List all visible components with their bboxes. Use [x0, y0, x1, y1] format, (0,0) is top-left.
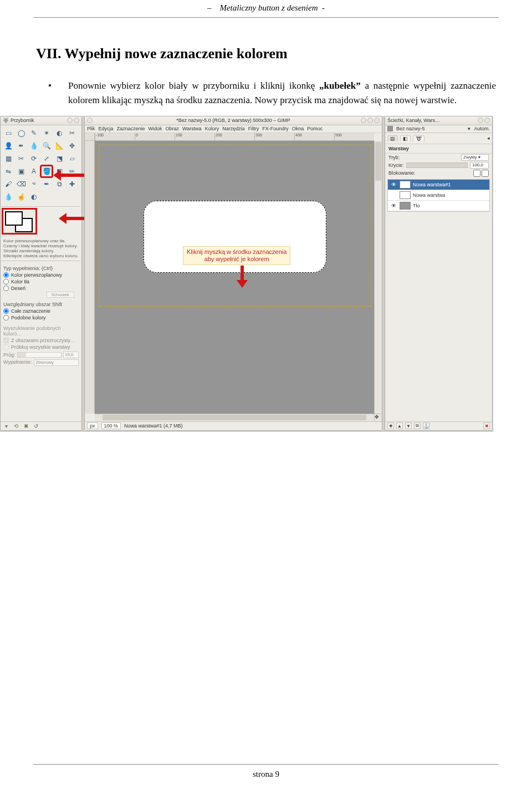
menu-item[interactable]: Narzędzia	[222, 126, 245, 131]
opacity-value[interactable]: 100,0	[470, 162, 489, 169]
tool-heal-icon[interactable]: ✚	[66, 179, 78, 190]
tab-menu-icon[interactable]: ◂	[487, 135, 490, 141]
status-unit[interactable]: px	[87, 423, 98, 429]
tool-foreground-icon[interactable]: 👤	[3, 140, 14, 151]
menu-item[interactable]: Widok	[149, 126, 162, 131]
menu-item[interactable]: Obraz	[166, 126, 180, 131]
radio-fill-pattern[interactable]: Deseń	[3, 285, 79, 292]
restore-options-icon[interactable]: ⟲	[13, 423, 19, 429]
image-titlebar: *Bez nazwy-5.0 (RGB, 2 warstwy) 500x300 …	[85, 116, 382, 125]
tool-fuzzy-select-icon[interactable]: ✶	[41, 128, 52, 139]
scrollbar-horizontal[interactable]	[95, 414, 374, 421]
window-menu-icon[interactable]	[87, 118, 93, 123]
layer-row[interactable]: Nowa warstwa	[388, 190, 489, 201]
fill-type-label: Typ wypełnienia: (Ctrl)	[3, 266, 79, 271]
lower-layer-icon[interactable]: ▼	[405, 423, 412, 429]
threshold-slider: Próg: 15,0	[3, 352, 79, 358]
tool-paths-icon[interactable]: ✒	[16, 140, 27, 151]
tool-blur-icon[interactable]: 💧	[3, 191, 14, 202]
tool-eraser-icon[interactable]: ⌫	[16, 179, 27, 190]
menu-item[interactable]: Edycja	[99, 126, 114, 131]
reset-options-icon[interactable]: ↺	[33, 423, 39, 429]
tab-paths-icon[interactable]: ➰	[413, 135, 424, 141]
layer-row[interactable]: 👁 Tło	[388, 201, 489, 211]
tool-rotate-icon[interactable]: ⟳	[28, 153, 39, 164]
tool-text-icon[interactable]: A	[28, 166, 39, 177]
tool-perspective-icon[interactable]: ▱	[66, 153, 78, 164]
tool-measure-icon[interactable]: 📐	[54, 140, 65, 151]
window-maximize-icon[interactable]	[367, 118, 373, 123]
menu-item[interactable]: FX-Foundry	[262, 126, 289, 131]
canvas[interactable]	[99, 145, 371, 306]
lock-alpha-checkbox[interactable]	[482, 170, 489, 177]
status-zoom[interactable]: 100 %	[101, 423, 121, 429]
window-close-icon[interactable]	[74, 118, 79, 123]
window-close-icon[interactable]	[374, 118, 380, 123]
tool-shear-icon[interactable]: ⬔	[54, 153, 65, 164]
fg-color-swatch[interactable]	[5, 211, 23, 226]
window-close-icon[interactable]	[484, 118, 490, 123]
radio-fill-bg[interactable]: Kolor tła	[3, 278, 79, 285]
menu-item[interactable]: Pomoc	[307, 126, 323, 131]
menu-item[interactable]: Warstwa	[182, 126, 202, 131]
tab-channels-icon[interactable]: ◧	[400, 135, 411, 141]
canvas-viewport[interactable]	[95, 141, 374, 414]
chevron-down-icon[interactable]: ▾	[468, 126, 470, 131]
tool-smudge-icon[interactable]: ☝	[16, 191, 27, 202]
lock-pixels-checkbox[interactable]	[473, 170, 480, 177]
tool-cage-icon[interactable]: ▣	[16, 166, 27, 177]
tool-bucket-fill-icon[interactable]: 🪣	[41, 166, 52, 177]
delete-options-icon[interactable]: ✖	[23, 423, 29, 429]
layer-row[interactable]: 👁 Nowa warstwa#1	[388, 180, 489, 190]
radio-whole-selection[interactable]: Całe zaznaczenie	[3, 308, 79, 314]
image-name[interactable]: Bez nazwy-5	[396, 126, 464, 131]
eye-icon[interactable]: 👁	[390, 182, 397, 187]
nav-preview-icon[interactable]: ✥	[374, 414, 382, 421]
menu-item[interactable]: Filtry	[248, 126, 259, 131]
anchor-layer-icon[interactable]: ⚓	[423, 423, 429, 429]
save-options-icon[interactable]: ▾	[3, 423, 9, 429]
tool-free-select-icon[interactable]: ✎	[28, 128, 39, 139]
new-layer-icon[interactable]: ✚	[387, 423, 394, 429]
menu-item[interactable]: Okna	[292, 126, 304, 131]
delete-layer-icon[interactable]: ✖	[483, 423, 490, 429]
scrollbar-vertical[interactable]	[374, 141, 382, 414]
color-swatches[interactable]	[3, 209, 79, 236]
duplicate-layer-icon[interactable]: ⧉	[414, 423, 421, 429]
opacity-row: Krycie: 100,0	[385, 161, 492, 169]
menu-item[interactable]: Plik	[87, 126, 95, 131]
tab-layers-icon[interactable]: ▤	[387, 135, 398, 141]
page-footer: strona 9	[0, 770, 532, 779]
window-minimize-icon[interactable]	[478, 118, 483, 123]
menu-item[interactable]: Zaznaczenie	[117, 126, 145, 131]
tool-zoom-icon[interactable]: 🔍	[41, 140, 52, 151]
tool-align-icon[interactable]: ▦	[3, 153, 14, 164]
window-minimize-icon[interactable]	[67, 118, 73, 123]
tool-flip-icon[interactable]: ⇋	[3, 166, 14, 177]
tool-by-color-icon[interactable]: ◐	[54, 128, 65, 139]
auto-button[interactable]: Autom.	[474, 126, 490, 131]
tool-dodge-icon[interactable]: ◐	[28, 191, 39, 202]
tool-grid: ▭ ◯ ✎ ✶ ◐ ✂ 👤 ✒ 💧 🔍 📐 ✥ ▦ ✂ ⟳ ⤢ ⬔ ▱ ⇋ ▣	[1, 125, 81, 205]
tool-ink-icon[interactable]: ✒	[41, 179, 52, 190]
tool-paintbrush-icon[interactable]: 🖌	[3, 179, 14, 190]
eye-icon[interactable]: 👁	[390, 203, 397, 208]
gimp-logo-icon: 🐺	[3, 118, 9, 123]
tool-ellipse-select-icon[interactable]: ◯	[16, 128, 27, 139]
radio-fill-fg[interactable]: Kolor pierwszoplanowy	[3, 272, 79, 278]
menu-item[interactable]: Kolory	[205, 126, 219, 131]
radio-similar-colors[interactable]: Podobne kolory	[3, 314, 79, 321]
gimp-screenshot: 🐺 Przybornik ▭ ◯ ✎ ✶ ◐ ✂ 👤 ✒ 💧 🔍 �	[0, 116, 493, 432]
mode-value[interactable]: Zwykły ▾	[461, 154, 489, 161]
tool-color-picker-icon[interactable]: 💧	[28, 140, 39, 151]
tool-scale-icon[interactable]: ⤢	[41, 153, 52, 164]
opacity-slider[interactable]	[406, 162, 468, 168]
tool-crop-icon[interactable]: ✂	[16, 153, 27, 164]
window-minimize-icon[interactable]	[361, 118, 366, 123]
tool-airbrush-icon[interactable]: ༄	[28, 179, 39, 190]
tool-rect-select-icon[interactable]: ▭	[3, 128, 14, 139]
raise-layer-icon[interactable]: ▲	[396, 423, 403, 429]
tool-scissors-icon[interactable]: ✂	[66, 128, 78, 139]
menubar: Plik Edycja Zaznaczenie Widok Obraz Wars…	[85, 125, 382, 133]
tool-move-icon[interactable]: ✥	[66, 140, 78, 151]
